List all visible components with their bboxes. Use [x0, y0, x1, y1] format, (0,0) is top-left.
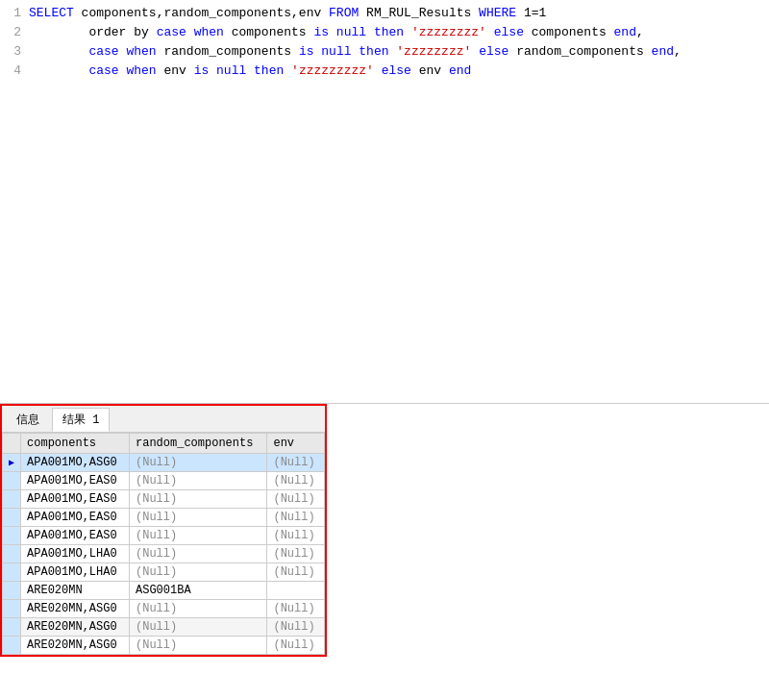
cell-env — [267, 582, 325, 600]
cell-components: APA001MO,EAS0 — [21, 490, 130, 509]
table-row[interactable]: APA001MO,LHA0(Null)(Null) — [3, 563, 325, 582]
tabs-bar: 信息结果 1 — [2, 406, 325, 433]
line-number: 1 — [0, 4, 29, 23]
row-indicator — [3, 563, 21, 582]
table-row[interactable]: APA001MO,EAS0(Null)(Null) — [3, 472, 325, 490]
cell-random-components: (Null) — [129, 600, 266, 618]
col-header-components: components — [21, 434, 130, 454]
cell-env: (Null) — [267, 637, 325, 655]
results-container[interactable]: componentsrandom_componentsenv ▶APA001MO… — [2, 433, 325, 655]
line-number: 2 — [0, 23, 29, 42]
table-row[interactable]: APA001MO,EAS0(Null)(Null) — [3, 490, 325, 509]
cell-env: (Null) — [267, 563, 325, 582]
cell-components: APA001MO,EAS0 — [21, 509, 130, 527]
cell-components: ARE020MN — [21, 582, 130, 600]
table-row[interactable]: ARE020MN,ASG0(Null)(Null) — [3, 637, 325, 655]
cell-random-components: (Null) — [129, 563, 266, 582]
line-content: case when random_components is null then… — [29, 42, 769, 62]
row-indicator — [3, 582, 21, 600]
table-row[interactable]: APA001MO,LHA0(Null)(Null) — [3, 545, 325, 563]
line-number: 4 — [0, 62, 29, 81]
bottom-panel: 信息结果 1 componentsrandom_componentsenv ▶A… — [0, 404, 327, 657]
cell-components: APA001MO,ASG0 — [21, 454, 130, 472]
cell-random-components: (Null) — [129, 472, 266, 490]
code-line: 1SELECT components,random_components,env… — [0, 4, 769, 23]
cell-random-components: (Null) — [129, 527, 266, 545]
cell-components: APA001MO,LHA0 — [21, 545, 130, 563]
table-row[interactable]: ARE020MN,ASG0(Null)(Null) — [3, 600, 325, 618]
row-indicator — [3, 545, 21, 563]
cell-random-components: (Null) — [129, 454, 266, 472]
table-row[interactable]: APA001MO,EAS0(Null)(Null) — [3, 509, 325, 527]
cell-components: ARE020MN,ASG0 — [21, 637, 130, 655]
code-editor[interactable]: 1SELECT components,random_components,env… — [0, 0, 769, 404]
col-header-env: env — [267, 434, 325, 454]
cell-env: (Null) — [267, 509, 325, 527]
cell-components: APA001MO,LHA0 — [21, 563, 130, 582]
cell-random-components: (Null) — [129, 618, 266, 637]
cell-env: (Null) — [267, 618, 325, 637]
cell-env: (Null) — [267, 490, 325, 509]
cell-random-components: (Null) — [129, 509, 266, 527]
code-line: 2 order by case when components is null … — [0, 23, 769, 42]
row-indicator — [3, 618, 21, 637]
row-indicator — [3, 527, 21, 545]
line-content: SELECT components,random_components,env … — [29, 4, 769, 23]
row-indicator: ▶ — [3, 454, 21, 472]
cell-env: (Null) — [267, 527, 325, 545]
results-table: componentsrandom_componentsenv ▶APA001MO… — [2, 433, 325, 655]
line-content: case when env is null then 'zzzzzzzzz' e… — [29, 62, 769, 81]
cell-random-components: (Null) — [129, 490, 266, 509]
cell-random-components: (Null) — [129, 545, 266, 563]
line-content: order by case when components is null th… — [29, 23, 769, 42]
table-row[interactable]: APA001MO,EAS0(Null)(Null) — [3, 527, 325, 545]
table-row[interactable]: ARE020MN,ASG0(Null)(Null) — [3, 618, 325, 637]
cell-components: ARE020MN,ASG0 — [21, 600, 130, 618]
cell-random-components: ASG001BA — [129, 582, 266, 600]
cell-env: (Null) — [267, 545, 325, 563]
code-line: 4 case when env is null then 'zzzzzzzzz'… — [0, 62, 769, 81]
cell-components: APA001MO,EAS0 — [21, 527, 130, 545]
cell-env: (Null) — [267, 454, 325, 472]
cell-components: APA001MO,EAS0 — [21, 472, 130, 490]
tab-结果1[interactable]: 结果 1 — [52, 408, 110, 432]
col-header-random_components: random_components — [129, 434, 266, 454]
row-indicator — [3, 490, 21, 509]
cell-env: (Null) — [267, 472, 325, 490]
line-number: 3 — [0, 42, 29, 62]
cell-env: (Null) — [267, 600, 325, 618]
table-row[interactable]: ▶APA001MO,ASG0(Null)(Null) — [3, 454, 325, 472]
tab-信息[interactable]: 信息 — [6, 408, 50, 432]
cell-random-components: (Null) — [129, 637, 266, 655]
row-indicator — [3, 600, 21, 618]
row-indicator — [3, 637, 21, 655]
table-row[interactable]: ARE020MNASG001BA — [3, 582, 325, 600]
cell-components: ARE020MN,ASG0 — [21, 618, 130, 637]
code-line: 3 case when random_components is null th… — [0, 42, 769, 62]
row-indicator — [3, 509, 21, 527]
row-indicator — [3, 472, 21, 490]
